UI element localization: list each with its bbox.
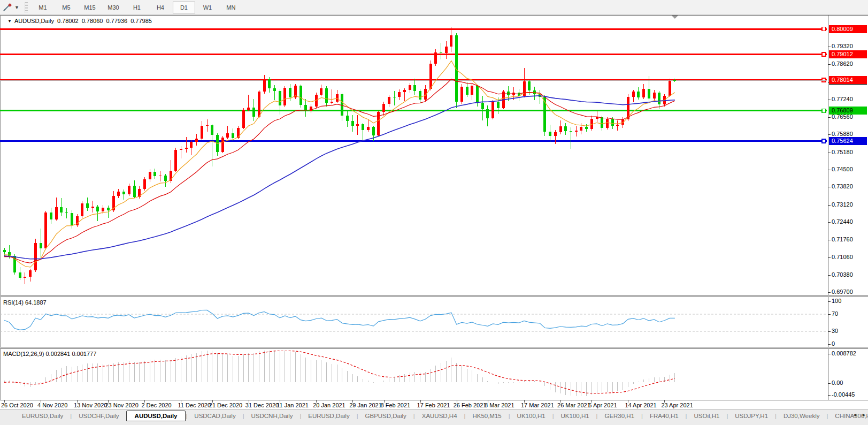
price-tick-label: 0.73120: [832, 201, 853, 208]
chart-tab-uk100-h1[interactable]: UK100,H1: [554, 411, 596, 421]
timeframe-button-m1[interactable]: M1: [32, 2, 54, 13]
chart-tab-hk50-m15[interactable]: HK50,M15: [465, 411, 508, 421]
date-tick-label: 31 Dec 2020: [245, 402, 279, 408]
toolbar-grip[interactable]: [25, 2, 28, 13]
timeframe-button-mn[interactable]: MN: [220, 2, 242, 13]
axis-tick: [828, 153, 831, 153]
date-tick-label: 8 Mar 2021: [485, 402, 514, 408]
rsi-line: [4, 310, 675, 330]
date-tick-label: 11 Dec 2020: [178, 402, 211, 408]
caret-down-icon[interactable]: ▼: [14, 5, 19, 10]
price-tick-label: 0.75180: [832, 149, 853, 155]
date-tick-label: 17 Feb 2021: [417, 402, 450, 408]
axis-tick: [828, 344, 831, 345]
level-price-badge: 0.78014: [829, 76, 867, 84]
tab-scroll-right-icon[interactable]: ►: [862, 412, 866, 418]
chart-tab-usdjpy-h1[interactable]: USDJPY,H1: [728, 411, 775, 421]
chart-tab-usdcnh-daily[interactable]: USDCNH,Daily: [244, 411, 300, 421]
macd-label: MACD(12,26,9) 0.002841 0.001777: [3, 351, 96, 357]
axis-tick: [828, 100, 831, 100]
axis-tick: [828, 222, 831, 223]
date-axis[interactable]: 26 Oct 20204 Nov 202013 Nov 202023 Nov 2…: [0, 400, 868, 409]
axis-tick: [828, 383, 831, 384]
axis-tick: [828, 240, 831, 240]
axis-tick: [828, 117, 831, 118]
date-tick-label: 11 Jan 2021: [276, 402, 309, 408]
axis-tick: [828, 205, 831, 206]
chart-tab-audusd-daily[interactable]: AUDUSD,Daily: [126, 411, 186, 421]
timeframe-button-h1[interactable]: H1: [126, 2, 148, 13]
macd-tick-label: 0.008782: [832, 350, 856, 356]
timeframe-button-m5[interactable]: M5: [55, 2, 78, 13]
date-tick-label: 14 Apr 2021: [625, 402, 656, 408]
timeframe-toolbar: ▼ M1M5M15M30H1H4D1W1MN: [0, 0, 868, 15]
tab-scroll-left-icon[interactable]: ◄: [852, 412, 857, 418]
chart-shift-marker-icon: [672, 16, 678, 19]
fast-ma: [4, 61, 675, 267]
chart-tab-ger30-h1[interactable]: GER30,H1: [597, 411, 641, 421]
axis-tick: [828, 134, 831, 135]
macd-signal-line: [4, 351, 675, 393]
chart-tab-fra40-h1[interactable]: FRA40,H1: [643, 411, 686, 421]
chart-tab-eurusd-daily[interactable]: EURUSD,Daily: [301, 411, 356, 421]
chart-tab-uk100-h1[interactable]: UK100,H1: [510, 411, 552, 421]
price-tick-label: 0.71760: [832, 236, 853, 242]
candles: [3, 27, 677, 284]
axis-tick: [828, 257, 831, 258]
one-click-caret-icon[interactable]: ▼: [7, 19, 12, 24]
chart-tab-usoil-h1[interactable]: USOil,H1: [687, 411, 726, 421]
slow-ma: [4, 96, 675, 259]
tab-scrollers: ◄ ►: [849, 412, 866, 418]
draw-cursor-icon[interactable]: [1, 2, 14, 13]
axis-tick: [828, 47, 831, 47]
tab-strip: EURUSD,Daily|USDCHF,DailyAUDUSD,Daily|US…: [15, 409, 868, 422]
date-tick-label: 2 Dec 2020: [141, 402, 171, 408]
ohlc-close: 0.77985: [130, 18, 152, 24]
date-tick-label: 21 Dec 2020: [209, 402, 242, 408]
level-lines: [0, 27, 827, 143]
date-tick-label: 26 Feb 2021: [454, 402, 487, 408]
price-tick-label: 0.75880: [832, 131, 853, 137]
date-tick-label: 8 Feb 2021: [381, 402, 411, 408]
macd-histogram: [4, 348, 675, 396]
level-price-badge: 0.76809: [829, 107, 867, 115]
axis-tick: [828, 301, 831, 302]
date-tick-label: 4 Nov 2020: [37, 402, 67, 408]
date-tick-label: 5 Apr 2021: [588, 402, 617, 408]
axis-tick: [828, 395, 831, 396]
chart-tab-eurusd-daily[interactable]: EURUSD,Daily: [15, 411, 70, 421]
chart-tab-usdchf-daily[interactable]: USDCHF,Daily: [72, 411, 126, 421]
rsi-tick-label: 30: [832, 328, 838, 334]
timeframe-button-w1[interactable]: W1: [196, 2, 219, 13]
date-tick-label: 26 Mar 2021: [557, 402, 590, 408]
price-tick-label: 0.71060: [832, 254, 853, 260]
medium-ma: [4, 79, 675, 263]
axis-tick: [828, 64, 831, 65]
level-price-badge: 0.80009: [829, 25, 867, 33]
chart-tab-xauusd-h4[interactable]: XAUUSD,H4: [415, 411, 464, 421]
price-tick-label: 0.73820: [832, 183, 853, 189]
timeframe-button-m15[interactable]: M15: [79, 2, 101, 13]
rsi-tick-label: 0: [832, 340, 835, 347]
chart-tab-dj30-weekly[interactable]: DJ30,Weekly: [777, 411, 827, 421]
chart-tab-usdcad-daily[interactable]: USDCAD,Daily: [187, 411, 242, 421]
date-tick-label: 23 Apr 2021: [661, 402, 693, 408]
timeframe-button-d1[interactable]: D1: [173, 2, 195, 13]
date-tick-label: 20 Jan 2021: [313, 402, 345, 408]
date-tick-label: 26 Oct 2020: [1, 402, 33, 408]
macd-tick-label: -0.00445: [832, 391, 855, 398]
timeframe-button-m30[interactable]: M30: [102, 2, 125, 13]
chart-title: ▼AUDUSD,Daily0.780020.780600.779360.7798…: [7, 18, 155, 24]
chart-tab-gbpusd-daily[interactable]: GBPUSD,Daily: [358, 411, 413, 421]
date-tick-label: 13 Nov 2020: [74, 402, 107, 408]
level-price-badge: 0.75624: [829, 137, 867, 145]
level-price-badge: 0.79012: [829, 50, 867, 58]
chart-symbol: AUDUSD,Daily: [14, 18, 54, 24]
axis-tick: [828, 275, 831, 276]
main-chart[interactable]: [0, 15, 828, 402]
price-tick-label: 0.77240: [832, 96, 853, 102]
timeframe-button-h4[interactable]: H4: [149, 2, 172, 13]
rsi-tick-label: 70: [832, 310, 838, 317]
price-tick-label: 0.74500: [832, 166, 853, 172]
ohlc-high: 0.78060: [82, 18, 103, 24]
